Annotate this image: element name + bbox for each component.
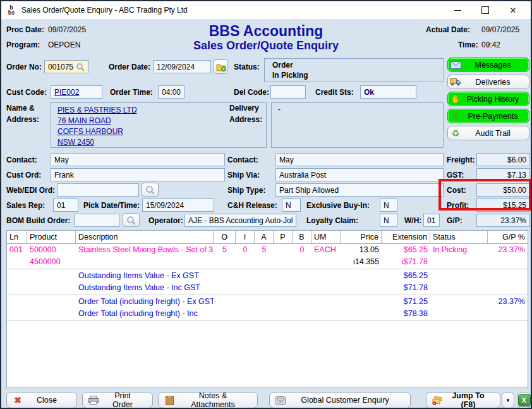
delivery-address-value: - <box>272 103 443 114</box>
summary-description: Outstanding Items Value - Ex GST <box>76 270 214 282</box>
pre-payments-label: Pre-Payments <box>463 112 523 121</box>
search-icon[interactable] <box>76 63 85 71</box>
operator-field[interactable]: AJE - BBS Accounting Auto-Jol <box>184 214 296 227</box>
col-header-um[interactable]: UM <box>311 231 341 243</box>
web-edi-field[interactable] <box>57 183 139 197</box>
maximize-icon[interactable] <box>471 1 499 19</box>
col-header-b[interactable]: B <box>293 231 311 243</box>
global-customer-enquiry-label: Global Customer Enquiry <box>291 396 399 405</box>
gp-value: 23.37% <box>500 216 526 225</box>
profit-field: $15.25 <box>476 198 530 212</box>
order-time-field[interactable]: 04:00 <box>158 85 184 99</box>
sales-rep-field[interactable]: 01 <box>53 198 78 212</box>
close-button[interactable]: ✖ Close <box>6 392 77 408</box>
table-row[interactable]: 001 500000 Stainless Steel Mixing Bowls … <box>7 244 528 256</box>
wh-value: 01 <box>427 216 435 225</box>
col-header-a[interactable]: A <box>255 231 274 243</box>
cell-description: Stainless Steel Mixing Bowls - Set of 3 <box>76 244 214 256</box>
summary-extension: $71.25 <box>382 296 430 308</box>
cust-ord-label: Cust Ord: <box>6 171 41 180</box>
deliveries-button[interactable]: Deliveries <box>447 75 529 89</box>
global-customer-enquiry-button[interactable]: Global Customer Enquiry <box>269 392 411 408</box>
credit-sts-field[interactable]: Ok <box>360 85 416 99</box>
jump-to-dropdown-button[interactable]: ▼ <box>502 392 514 408</box>
cell-product: 500000 <box>27 244 76 256</box>
table-row[interactable]: 4500000 i14.355 i$71.78 <box>7 256 528 268</box>
notes-attachments-button[interactable]: Notes & Attachments <box>158 392 258 408</box>
minimize-icon[interactable] <box>444 1 471 19</box>
page-subtitle: Sales Order/Quote Enquiry <box>1 39 531 52</box>
contact-field[interactable]: May <box>51 153 225 166</box>
col-header-description[interactable]: Description <box>76 231 214 243</box>
col-header-extension[interactable]: Extension <box>382 231 430 243</box>
ship-contact-value: May <box>279 156 294 164</box>
chevron-down-icon: ▼ <box>505 398 511 403</box>
del-code-field[interactable] <box>270 85 306 99</box>
picking-history-button[interactable]: ✋ Picking History <box>447 92 529 106</box>
col-header-i[interactable]: I <box>236 231 255 243</box>
messages-button[interactable]: Messages <box>447 58 529 72</box>
col-header-ln[interactable]: Ln <box>7 231 27 243</box>
cust-code-link[interactable]: PIE002 <box>54 88 79 97</box>
resize-grip[interactable] <box>522 400 529 407</box>
sales-rep-value: 01 <box>57 201 65 210</box>
cell-i: 0 <box>236 244 255 256</box>
audit-trail-button[interactable]: ♻ Audit Trail <box>447 126 529 140</box>
col-header-product[interactable]: Product <box>27 231 76 243</box>
jump-to-button[interactable]: Jump To (F8) <box>426 392 500 408</box>
enquiry-box-icon <box>270 396 291 405</box>
cell-b: 0 <box>293 244 311 256</box>
app-window: bbs Sales Order/Quote Enquiry - ABC Trad… <box>0 0 532 409</box>
pre-payments-button[interactable]: $ Pre-Payments <box>447 109 529 123</box>
notes-attachments-label: Notes & Attachments <box>180 391 246 409</box>
col-header-o[interactable]: O <box>214 231 236 243</box>
cust-ord-field[interactable]: Frank <box>51 168 225 181</box>
order-no-input[interactable]: 001075 <box>44 60 88 73</box>
cost-label: Cost: <box>447 186 466 195</box>
ship-via-value: Australia Post <box>279 171 326 180</box>
bom-build-order-field[interactable] <box>74 214 119 227</box>
loyalty-claim-field[interactable]: N <box>380 214 397 227</box>
table-header-row: Ln Product Description O I A P B UM Pric… <box>7 231 528 244</box>
address-line-link[interactable]: NSW 2450 <box>57 138 94 147</box>
pick-datetime-field[interactable]: 15/09/2024 <box>142 198 214 212</box>
profit-label: Profit: <box>447 201 469 210</box>
title-bar[interactable]: bbs Sales Order/Quote Enquiry - ABC Trad… <box>1 1 531 19</box>
address-line-link[interactable]: PIES & PASTRIES LTD <box>57 106 137 114</box>
gp-field: 23.37% <box>476 214 530 227</box>
cust-code-field[interactable]: PIE002 <box>51 85 102 99</box>
operator-value: AJE - BBS Accounting Auto-Jol <box>188 216 293 225</box>
close-icon[interactable]: ✕ <box>499 1 527 19</box>
order-date-input[interactable]: 12/09/2024 <box>153 60 211 73</box>
ch-release-field[interactable]: N <box>282 198 301 212</box>
time-label: Time: <box>458 40 478 49</box>
col-header-gp[interactable]: G/P % <box>488 231 528 243</box>
exclusive-buyin-field[interactable]: N <box>380 198 397 212</box>
summary-description: Outstanding Items Value - Inc GST <box>76 282 214 294</box>
ship-via-field[interactable]: Australia Post <box>275 168 444 181</box>
order-time-label: Order Time: <box>110 88 153 97</box>
ship-type-value: Part Ship Allowed <box>279 186 339 195</box>
sales-rep-label: Sales Rep: <box>6 201 45 210</box>
order-time-value: 04:00 <box>162 88 181 97</box>
col-header-p[interactable]: P <box>274 231 293 243</box>
bom-search-button[interactable] <box>123 213 140 227</box>
open-order-button[interactable] <box>214 59 228 74</box>
credit-sts-value: Ok <box>364 88 374 97</box>
exclusive-buyin-label: Exclusive Buy-In: <box>306 201 370 210</box>
credit-sts-label: Credit Sts: <box>315 88 354 97</box>
ship-via-label: Ship Via: <box>227 171 260 180</box>
address-line-link[interactable]: 76 MAIN ROAD <box>57 116 111 125</box>
jump-folders-icon <box>426 396 448 405</box>
delivery-address-label-2: Address: <box>229 115 262 124</box>
ship-contact-field[interactable]: May <box>275 153 444 166</box>
summary-gp <box>488 270 528 282</box>
col-header-status[interactable]: Status <box>430 231 488 243</box>
ship-type-field[interactable]: Part Ship Allowed <box>275 183 444 197</box>
cell-extension: $65.25 <box>382 244 430 256</box>
web-edi-search-button[interactable] <box>142 183 159 197</box>
wh-field[interactable]: 01 <box>423 214 440 227</box>
address-line-link[interactable]: COFFS HARBOUR <box>57 127 123 136</box>
col-header-price[interactable]: Price <box>341 231 382 243</box>
print-order-button[interactable]: Print Order <box>82 392 153 408</box>
